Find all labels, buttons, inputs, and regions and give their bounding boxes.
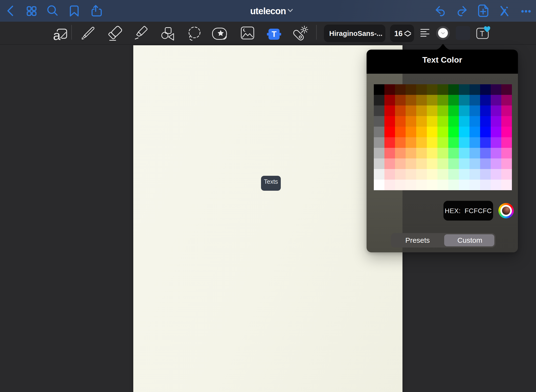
- svg-text:T: T: [480, 30, 484, 38]
- svg-text:T: T: [272, 30, 276, 39]
- svg-text:a: a: [53, 28, 61, 43]
- svg-text:HiraginoSans-...: HiraginoSans-...: [329, 30, 382, 37]
- svg-text:16: 16: [394, 29, 402, 38]
